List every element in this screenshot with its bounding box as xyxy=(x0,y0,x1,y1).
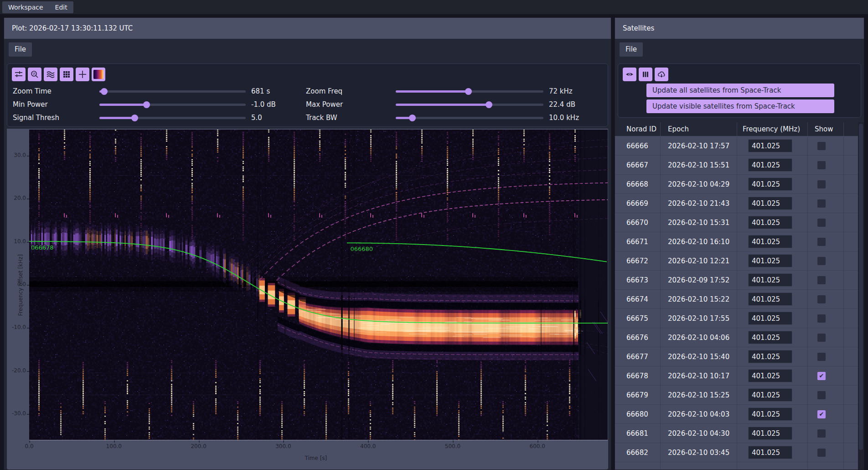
show-checkbox[interactable] xyxy=(817,449,826,457)
show-checkbox[interactable] xyxy=(817,295,826,303)
table-row: 666792026-02-10 15:25 xyxy=(615,386,864,405)
show-checkbox[interactable] xyxy=(817,353,826,361)
min-power-slider-track[interactable] xyxy=(99,104,246,106)
update-all-satellites-button[interactable]: Update all satellites from Space-Track xyxy=(646,84,834,97)
show-checkbox[interactable]: ✔ xyxy=(817,410,826,418)
show-checkbox[interactable] xyxy=(817,161,826,169)
frequency-input[interactable] xyxy=(748,158,792,172)
zoom-select-icon[interactable] xyxy=(28,68,41,81)
x-tick-label: 0.0 xyxy=(19,443,40,449)
columns-icon[interactable] xyxy=(639,68,652,81)
colormap-icon[interactable] xyxy=(92,68,105,81)
max-power-slider-handle[interactable] xyxy=(486,101,492,108)
frequency-cell xyxy=(737,405,808,423)
show-checkbox[interactable] xyxy=(817,391,826,399)
show-cell xyxy=(808,213,844,232)
menu-group: Workspace Edit xyxy=(2,1,73,13)
frequency-input[interactable] xyxy=(748,178,792,191)
frequency-input[interactable] xyxy=(748,407,792,421)
waves-icon[interactable] xyxy=(44,68,57,81)
table-row: 666732026-02-09 17:52 xyxy=(615,271,864,290)
table-row: 666722026-02-10 12:21 xyxy=(615,251,864,271)
frequency-input[interactable] xyxy=(748,446,792,459)
frequency-cell xyxy=(737,194,808,213)
min-power-slider-handle[interactable] xyxy=(143,101,150,108)
frequency-input[interactable] xyxy=(748,254,792,267)
show-cell xyxy=(808,175,844,193)
frequency-cell xyxy=(737,443,808,462)
table-scrollbar[interactable] xyxy=(858,122,864,470)
frequency-input[interactable] xyxy=(748,139,792,152)
show-checkbox[interactable] xyxy=(817,276,826,284)
zoom-time-slider-handle[interactable] xyxy=(101,88,108,95)
frequency-input[interactable] xyxy=(748,216,792,229)
plot-toolbar xyxy=(7,64,608,81)
show-checkbox[interactable] xyxy=(817,257,826,265)
frequency-input[interactable] xyxy=(748,350,792,363)
plot-file-menu[interactable]: File xyxy=(9,42,32,57)
spectrogram-canvas[interactable] xyxy=(29,130,608,440)
epoch-cell: 2026-02-10 21:43 xyxy=(661,194,737,213)
table-row: 666812026-02-10 04:30 xyxy=(615,424,864,443)
frequency-input[interactable] xyxy=(748,235,792,248)
satellites-panel-title: Satellites xyxy=(615,18,864,39)
epoch-cell: 2026-02-10 04:29 xyxy=(661,175,737,193)
menu-edit[interactable]: Edit xyxy=(49,1,73,13)
table-row: 666692026-02-10 21:43 xyxy=(615,194,864,213)
show-checkbox[interactable] xyxy=(817,334,826,342)
satellites-toolbar-box: Update all satellites from Space-Track U… xyxy=(618,63,861,118)
frequency-input[interactable] xyxy=(748,331,792,344)
show-checkbox[interactable] xyxy=(817,219,826,227)
track-bw-slider-track[interactable] xyxy=(396,117,543,119)
norad-id-cell: 66682 xyxy=(615,443,661,462)
norad-id-cell: 66666 xyxy=(615,136,661,155)
table-row: 666802026-02-10 04:03✔ xyxy=(615,405,864,424)
x-tick-mark xyxy=(537,440,538,443)
frequency-input[interactable] xyxy=(748,369,792,382)
signal-thresh-slider-track[interactable] xyxy=(99,117,246,119)
zoom-time-slider-track[interactable] xyxy=(99,90,246,93)
frequency-input[interactable] xyxy=(748,197,792,210)
show-checkbox[interactable] xyxy=(817,142,826,150)
show-checkbox[interactable] xyxy=(817,314,826,323)
epoch-cell: 2026-02-10 04:30 xyxy=(661,424,737,443)
frequency-input[interactable] xyxy=(748,427,792,440)
norad-id-cell: 66676 xyxy=(615,328,661,347)
table-row: 666782026-02-10 10:17✔ xyxy=(615,366,864,386)
track-bw-slider-handle[interactable] xyxy=(409,115,416,121)
tune-sliders-icon[interactable] xyxy=(12,68,26,81)
cloud-download-icon[interactable] xyxy=(655,68,668,81)
y-tick-label: 0.0 xyxy=(7,281,26,287)
show-checkbox[interactable] xyxy=(817,199,826,208)
y-tick-mark xyxy=(27,156,29,157)
table-scrollbar-thumb[interactable] xyxy=(859,124,863,450)
show-checkbox[interactable] xyxy=(817,429,826,438)
frequency-input[interactable] xyxy=(748,292,792,306)
crosshair-icon[interactable] xyxy=(76,68,89,81)
menu-workspace[interactable]: Workspace xyxy=(2,1,49,13)
show-checkbox[interactable] xyxy=(817,180,826,188)
frequency-cell xyxy=(737,232,808,251)
frequency-input[interactable] xyxy=(748,273,792,287)
zoom-freq-slider-handle[interactable] xyxy=(465,88,472,95)
show-cell xyxy=(808,443,844,462)
x-axis-label: Time [s] xyxy=(305,455,327,461)
zoom-freq-slider-track[interactable] xyxy=(396,90,543,93)
satellites-file-menu[interactable]: File xyxy=(620,42,643,57)
max-power-slider-track[interactable] xyxy=(396,104,543,106)
frequency-input[interactable] xyxy=(748,312,792,325)
table-row: 666822026-02-10 03:45 xyxy=(615,443,864,462)
slider-cell-min-power xyxy=(99,98,246,111)
eye-icon[interactable] xyxy=(623,68,636,81)
grid-icon[interactable] xyxy=(60,68,73,81)
norad-id-cell: 66671 xyxy=(615,232,661,251)
frequency-input[interactable] xyxy=(748,388,792,402)
zoom-freq-slider-fill xyxy=(396,90,468,93)
show-checkbox[interactable]: ✔ xyxy=(817,372,826,380)
x-tick-label: 200.0 xyxy=(188,443,209,449)
update-visible-satellites-button[interactable]: Update visible satellites from Space-Tra… xyxy=(646,99,834,113)
column-header-frequency-mhz-: Frequency (MHz) xyxy=(737,122,808,136)
show-checkbox[interactable] xyxy=(817,238,826,246)
y-tick-mark xyxy=(27,371,29,372)
signal-thresh-slider-handle[interactable] xyxy=(131,115,138,121)
